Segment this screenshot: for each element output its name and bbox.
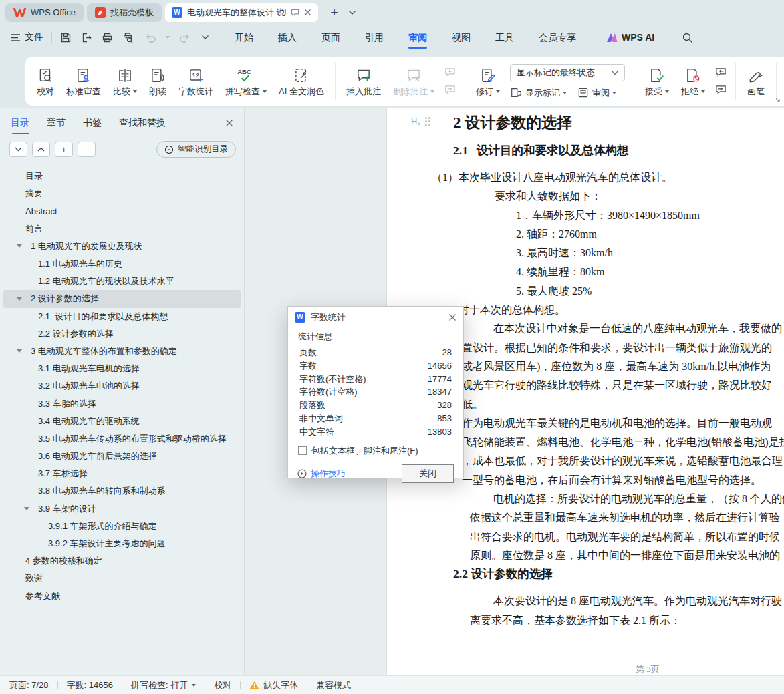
sidebar-tab[interactable]: 章节 xyxy=(47,117,66,134)
accept-button[interactable]: 接受 xyxy=(639,60,675,103)
toc-item[interactable]: 2 设计参数的选择 xyxy=(3,290,241,307)
compatibility-mode-indicator[interactable]: 兼容模式 xyxy=(316,679,351,691)
tab-list-chevron-icon[interactable] xyxy=(348,10,356,15)
toc-item[interactable]: 3.9.1 车架形式的介绍与确定 xyxy=(0,518,244,535)
collapse-all-button[interactable]: − xyxy=(78,142,96,157)
missing-font-warning[interactable]: 缺失字体 xyxy=(249,679,298,691)
file-menu-button[interactable]: 文件 xyxy=(11,31,43,43)
toc-item[interactable]: 3.2 电动观光车电池的选择 xyxy=(0,377,244,395)
markup-state-select[interactable]: 显示标记的最终状态 xyxy=(510,64,625,81)
delete-comment-button[interactable]: 删除批注 xyxy=(387,60,440,103)
toc-item[interactable]: 3.9 车架的设计 xyxy=(0,500,244,518)
toc-item[interactable]: 致谢 xyxy=(0,570,244,587)
next-comment-icon[interactable] xyxy=(444,84,456,96)
sidebar-close-icon[interactable] xyxy=(225,119,233,132)
toc-item[interactable]: 3.5 电动观光车传动系的布置形式和驱动桥的选择 xyxy=(0,430,244,448)
toc-item[interactable]: 目录 xyxy=(0,168,244,185)
save-icon[interactable] xyxy=(60,32,72,43)
page-indicator[interactable]: 页面: 7/28 xyxy=(9,679,49,691)
expand-down-button[interactable] xyxy=(9,142,27,157)
toc-item[interactable]: 3.3 车胎的选择 xyxy=(0,395,244,412)
menu-item[interactable]: 会员专享 xyxy=(539,25,576,50)
menu-item[interactable]: 引用 xyxy=(365,25,384,50)
spell-check-button[interactable]: ABC 拼写检查 xyxy=(219,60,273,103)
toc-item[interactable]: 3.6 电动观光车前后悬架的选择 xyxy=(0,448,244,465)
checkbox-icon[interactable] xyxy=(298,446,307,455)
tips-link[interactable]: 操作技巧 xyxy=(297,468,346,480)
ink-pen-button[interactable]: 画笔 xyxy=(741,60,771,103)
spell-check-toggle[interactable]: 拼写检查: 打开 xyxy=(131,679,196,691)
toc-item[interactable]: 2.2 设计参数的选择 xyxy=(0,325,244,343)
new-tab-button[interactable]: + xyxy=(325,4,343,21)
heading-level-indicator[interactable]: H₁ xyxy=(411,116,430,126)
sidebar-tab[interactable]: 书签 xyxy=(83,117,102,134)
track-changes-button[interactable]: 修订 xyxy=(470,60,506,103)
toc-item[interactable]: 1.2 电动观光车的现状以及技术水平 xyxy=(0,273,244,290)
print-preview-icon[interactable] xyxy=(122,32,134,43)
toc-item[interactable]: Abstract xyxy=(0,202,244,220)
proofread-status[interactable]: 校对 xyxy=(214,679,231,691)
next-change-icon[interactable] xyxy=(714,84,727,96)
sidebar-tab[interactable]: 查找和替换 xyxy=(119,117,166,134)
toc-collapse-arrow-icon[interactable] xyxy=(17,297,31,301)
wps-ai-button[interactable]: WPS AI xyxy=(606,32,654,43)
close-dialog-button[interactable]: 关闭 xyxy=(402,464,454,483)
toc-item[interactable]: 3.9.2 车架设计主要考虑的问题 xyxy=(0,535,244,552)
toc-collapse-arrow-icon[interactable] xyxy=(24,507,38,510)
menu-item[interactable]: 插入 xyxy=(278,25,297,50)
toc-item[interactable]: 1.1 电动观光车的历史 xyxy=(0,255,244,273)
toc-item[interactable]: 前言 xyxy=(0,220,244,238)
toc-collapse-arrow-icon[interactable] xyxy=(17,349,31,353)
menu-item[interactable]: 页面 xyxy=(321,25,340,50)
toc-item[interactable]: 3.7 车桥选择 xyxy=(0,465,244,482)
dialog-close-icon[interactable] xyxy=(448,313,456,321)
drag-handle-icon[interactable] xyxy=(425,117,431,126)
menu-item[interactable]: 工具 xyxy=(495,25,514,50)
include-footnotes-checkbox[interactable]: 包括文本框、脚注和尾注(F) xyxy=(298,445,453,457)
read-aloud-button[interactable]: 朗读 xyxy=(143,60,172,103)
menu-item[interactable]: 审阅 xyxy=(408,25,427,50)
toc-item[interactable]: 3.4 电动观光车的驱动系统 xyxy=(0,413,244,430)
print-icon[interactable] xyxy=(102,32,113,43)
export-icon[interactable] xyxy=(81,32,92,43)
word-count-indicator[interactable]: 字数: 14656 xyxy=(67,679,113,691)
close-tab-icon[interactable] xyxy=(304,9,311,16)
toc-collapse-arrow-icon[interactable] xyxy=(17,244,31,248)
toc-item[interactable]: 4 参数的校核和确定 xyxy=(0,552,244,570)
menu-item[interactable]: 开始 xyxy=(235,25,253,50)
reviewing-pane-button[interactable]: 审阅 xyxy=(577,87,616,98)
previous-change-icon[interactable] xyxy=(714,67,727,78)
tab-document[interactable]: W 电动观光车的整体设计 说明书 xyxy=(165,3,318,22)
toc-item[interactable]: 1 电动观光车的发展史及现状 xyxy=(0,238,244,255)
smart-toc-button[interactable]: 智能识别目录 xyxy=(156,141,236,158)
toc-item[interactable]: 3 电动观光车整体的布置和参数的确定 xyxy=(0,343,244,360)
show-markup-button[interactable]: 显示标记 xyxy=(510,87,567,98)
toc-item[interactable]: 3.8 电动观光车的转向系和制动系 xyxy=(0,482,244,500)
sidebar-tab[interactable]: 目录 xyxy=(11,117,29,134)
undo-dropdown-caret[interactable] xyxy=(166,36,170,39)
previous-comment-icon[interactable] xyxy=(444,67,456,78)
word-count-button[interactable]: 12 字数统计 xyxy=(172,60,219,103)
tab-wps-home[interactable]: WPS Office xyxy=(5,3,84,22)
undo-icon[interactable] xyxy=(145,33,156,43)
dialog-launcher-icon[interactable] xyxy=(774,96,780,102)
tab-docer-templates[interactable]: 找稻壳模板 xyxy=(87,3,162,22)
toc-item[interactable]: 参考文献 xyxy=(0,588,244,605)
standard-review-button[interactable]: 标准审查 xyxy=(60,60,107,103)
compare-button[interactable]: 比较 xyxy=(107,60,143,103)
expand-all-button[interactable]: + xyxy=(55,142,73,157)
toc-item[interactable]: 3.1 电动观光车电机的选择 xyxy=(0,360,244,377)
reject-button[interactable]: 拒绝 xyxy=(675,60,711,103)
toc-item[interactable]: 摘要 xyxy=(0,185,244,202)
quickbar-chevron-icon[interactable] xyxy=(201,35,209,40)
menu-item[interactable]: 视图 xyxy=(452,25,471,50)
ai-polish-button[interactable]: AI 全文润色 xyxy=(273,60,330,103)
insert-comment-button[interactable]: 插入批注 xyxy=(340,60,387,103)
toc-item[interactable]: 2.1 设计目的和要求以及总体构想 xyxy=(0,308,244,325)
dialog-title-bar[interactable]: W 字数统计 xyxy=(288,307,463,327)
search-icon[interactable] xyxy=(682,32,693,43)
proofread-button[interactable]: 校对 xyxy=(31,60,60,103)
collapse-up-button[interactable] xyxy=(32,142,50,157)
translate-button[interactable]: 文A 翻译 xyxy=(781,60,784,103)
redo-icon[interactable] xyxy=(179,33,190,43)
